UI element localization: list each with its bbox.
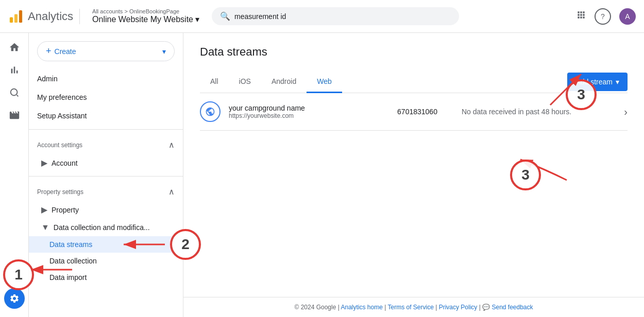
data-collection-parent-label: Data collection and modifica...: [54, 223, 150, 232]
nav-my-preferences[interactable]: My preferences: [29, 88, 183, 107]
logo-area: Analytics: [8, 9, 80, 24]
create-button[interactable]: + Create ▾: [37, 41, 175, 61]
stream-url: https://yourwebsite.com: [229, 112, 373, 119]
nav-account[interactable]: ▶ Account: [29, 154, 183, 172]
stream-icon: [200, 101, 221, 122]
setup-assistant-label: Setup Assistant: [37, 112, 87, 120]
data-streams-label: Data streams: [49, 240, 92, 249]
main-layout: + Create ▾ Admin My preferences Setup As…: [0, 33, 644, 317]
nav-data-collection-parent[interactable]: ▼ Data collection and modifica...: [29, 219, 183, 236]
footer-send-feedback[interactable]: Send feedback: [492, 304, 533, 311]
nav-divider-1: [29, 129, 183, 130]
app-header: Analytics All accounts > OnlineBookingPa…: [0, 0, 644, 33]
main-content: Data streams All iOS Android Web Add str…: [183, 33, 644, 297]
search-icon: 🔍: [220, 11, 230, 21]
sidebar-bottom: [4, 284, 25, 313]
account-settings-label: Account settings: [37, 142, 82, 149]
nav-sidebar: + Create ▾ Admin My preferences Setup As…: [29, 33, 183, 317]
stream-chevron-icon: ›: [624, 106, 628, 118]
analytics-logo: [8, 9, 24, 24]
property-settings-chevron: ∧: [168, 187, 175, 197]
nav-data-streams[interactable]: Data streams: [29, 236, 183, 253]
search-bar[interactable]: 🔍: [212, 7, 459, 25]
footer-terms[interactable]: Terms of Service: [387, 304, 433, 311]
stream-info: your campground name https://yourwebsite…: [229, 104, 373, 119]
annotation-3: 3: [566, 79, 597, 110]
svg-rect-1: [14, 14, 18, 23]
tab-ios[interactable]: iOS: [229, 71, 261, 93]
property-settings-header[interactable]: Property settings ∧: [29, 181, 183, 201]
footer-privacy[interactable]: Privacy Policy: [439, 304, 478, 311]
tab-web[interactable]: Web: [307, 71, 342, 93]
header-right: ? A: [576, 8, 636, 25]
dropdown-icon: ▾: [195, 14, 199, 24]
app-title: Analytics: [28, 10, 73, 23]
nav-data-collection[interactable]: Data collection: [29, 253, 183, 269]
account-settings-header[interactable]: Account settings ∧: [29, 134, 183, 154]
nav-setup-assistant[interactable]: Setup Assistant: [29, 107, 183, 125]
create-dropdown-icon: ▾: [162, 47, 166, 56]
nav-admin[interactable]: Admin: [29, 69, 183, 88]
admin-label: Admin: [37, 75, 58, 83]
account-label: Account: [52, 159, 78, 167]
account-name: Online Website My Website ▾: [92, 14, 199, 24]
nav-data-import[interactable]: Data import: [29, 269, 183, 286]
create-plus-icon: +: [46, 46, 52, 57]
sidebar-advertising-icon[interactable]: [4, 105, 25, 126]
account-breadcrumb: All accounts > OnlineBookingPage: [92, 8, 199, 14]
svg-point-3: [10, 89, 17, 96]
create-label: Create: [55, 47, 76, 56]
add-stream-dropdown-icon: ▾: [616, 78, 619, 86]
data-collection-toggle-icon: ▼: [41, 223, 49, 232]
settings-button[interactable]: [4, 288, 25, 309]
footer-feedback-icon: 💬: [482, 304, 490, 311]
annotation-arrow-3: [530, 64, 591, 115]
stream-id: 6701831060: [381, 108, 453, 116]
property-label: Property: [52, 206, 79, 214]
property-toggle-icon: ▶: [41, 205, 47, 215]
nav-property[interactable]: ▶ Property: [29, 201, 183, 219]
stream-name: your campground name: [229, 104, 373, 112]
footer-analytics-home[interactable]: Analytics home: [341, 304, 383, 311]
help-icon[interactable]: ?: [595, 8, 611, 25]
account-toggle-icon: ▶: [41, 158, 47, 168]
svg-rect-0: [10, 17, 13, 23]
apps-grid-icon[interactable]: [576, 10, 586, 23]
data-import-label: Data import: [49, 273, 87, 281]
preferences-label: My preferences: [37, 93, 87, 101]
breadcrumb-text: All accounts > OnlineBookingPage: [92, 8, 179, 14]
content-wrapper: Data streams All iOS Android Web Add str…: [183, 33, 644, 317]
page-footer: © 2024 Google | Analytics home | Terms o…: [183, 297, 644, 317]
page-title: Data streams: [200, 45, 628, 59]
tab-all[interactable]: All: [200, 71, 229, 93]
footer-copyright: © 2024 Google: [294, 304, 336, 311]
sidebar-home-icon[interactable]: [4, 37, 25, 58]
sidebar-reports-icon[interactable]: [4, 60, 25, 80]
sidebar-explore-icon[interactable]: [4, 82, 25, 103]
search-input[interactable]: [234, 12, 451, 21]
nav-divider-2: [29, 176, 183, 177]
avatar[interactable]: A: [619, 8, 636, 25]
account-settings-chevron: ∧: [168, 140, 175, 150]
data-collection-label: Data collection: [49, 257, 97, 265]
icon-sidebar: [0, 33, 29, 317]
property-settings-label: Property settings: [37, 188, 83, 196]
account-selector[interactable]: All accounts > OnlineBookingPage Online …: [86, 8, 206, 24]
svg-rect-2: [19, 10, 22, 23]
tab-android[interactable]: Android: [261, 71, 307, 93]
